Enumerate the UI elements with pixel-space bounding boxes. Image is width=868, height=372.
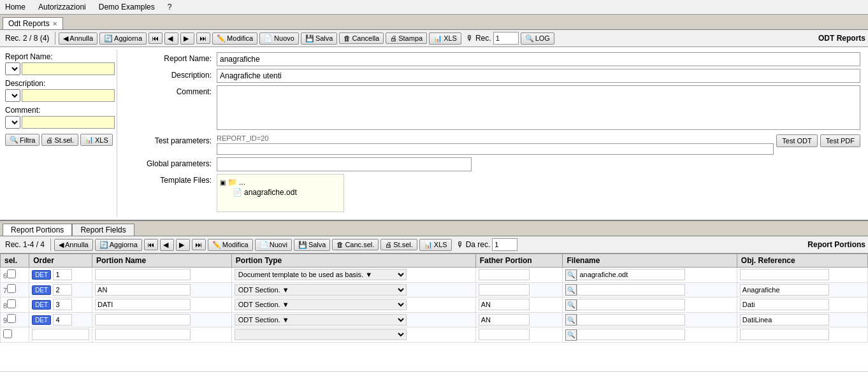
portion-type-select[interactable]: ODT Section. ▼ bbox=[235, 314, 407, 326]
left-xls-button[interactable]: 📊 XLS bbox=[80, 134, 113, 146]
order-input[interactable] bbox=[32, 329, 89, 340]
salva-button[interactable]: 💾 Salva bbox=[301, 32, 338, 45]
portion-type-select[interactable]: ODT Section. ▼ bbox=[235, 299, 407, 310]
tree-folder-node[interactable]: ▣ 📁 ... bbox=[220, 177, 341, 187]
bottom-nav-first[interactable]: ⏮ bbox=[144, 239, 158, 250]
rec-input[interactable] bbox=[493, 32, 519, 45]
order-input[interactable] bbox=[53, 299, 72, 310]
father-portion-input[interactable] bbox=[479, 329, 530, 340]
modifica-button[interactable]: ✏️ Modifica bbox=[212, 32, 257, 45]
menu-help[interactable]: ? bbox=[165, 1, 175, 13]
portion-name-input[interactable] bbox=[95, 329, 191, 340]
row-checkbox[interactable] bbox=[7, 284, 16, 293]
bottom-annulla-button[interactable]: ◀ Annulla bbox=[54, 239, 93, 251]
annulla-button[interactable]: ◀ Annulla bbox=[59, 32, 98, 45]
aggiorna-button[interactable]: 🔄 Aggiorna bbox=[99, 32, 147, 45]
nav-first-button[interactable]: ⏮ bbox=[148, 32, 163, 44]
portion-type-select[interactable]: Document template to be used as basis. ▼ bbox=[235, 269, 407, 280]
bottom-cancsel-button[interactable]: 🗑 Canc.sel. bbox=[332, 239, 379, 250]
filename-input[interactable] bbox=[577, 329, 685, 340]
nuovo-button[interactable]: 📄 Nuovo bbox=[259, 32, 299, 45]
nav-next-button[interactable]: ▶ bbox=[180, 32, 194, 45]
menu-home[interactable]: Home bbox=[3, 1, 28, 13]
row-checkbox[interactable] bbox=[7, 314, 16, 323]
obj-reference-input[interactable] bbox=[740, 329, 829, 340]
bottom-modifica-button[interactable]: ✏️ Modifica bbox=[208, 239, 253, 251]
filename-search-button[interactable]: 🔍 bbox=[565, 269, 577, 281]
filename-input[interactable] bbox=[577, 314, 685, 326]
tree-file-node[interactable]: 📄 anagrafiche.odt bbox=[220, 187, 341, 197]
test-parameters-input[interactable] bbox=[217, 143, 774, 155]
obj-reference-input[interactable] bbox=[740, 284, 829, 296]
obj-reference-input[interactable] bbox=[740, 314, 829, 326]
portion-name-input[interactable] bbox=[95, 269, 191, 280]
bottom-aggiorna-button[interactable]: 🔄 Aggiorna bbox=[95, 239, 142, 251]
global-parameters-input[interactable] bbox=[217, 157, 472, 171]
bottom-rec-input[interactable] bbox=[492, 238, 517, 251]
stsel-button[interactable]: 🖨 St.sel. bbox=[41, 134, 78, 146]
filename-input[interactable] bbox=[577, 284, 685, 296]
filter-comment-select[interactable]: ▼ bbox=[5, 116, 20, 129]
bottom-stsel-button[interactable]: 🖨 St.sel. bbox=[380, 239, 417, 250]
portion-name-input[interactable] bbox=[95, 314, 191, 326]
stampa-button[interactable]: 🖨 Stampa bbox=[386, 32, 427, 44]
det-button[interactable]: DET bbox=[32, 315, 51, 325]
test-pdf-button[interactable]: Test PDF bbox=[820, 134, 860, 147]
father-portion-input[interactable] bbox=[479, 314, 530, 326]
log-button[interactable]: 🔍 LOG bbox=[521, 32, 554, 45]
bottom-xls-button[interactable]: 📊 XLS bbox=[419, 239, 452, 251]
xls-button[interactable]: 📊 XLS bbox=[429, 32, 461, 45]
father-portion-input[interactable] bbox=[479, 299, 530, 310]
order-input[interactable] bbox=[53, 284, 72, 296]
bottom-nav-next[interactable]: ▶ bbox=[176, 239, 190, 251]
menu-autorizzazioni[interactable]: Autorizzazioni bbox=[36, 1, 89, 13]
tab-odt-reports[interactable]: Odt Reports ✕ bbox=[3, 17, 63, 29]
table-row: 7DET ODT Section. ▼🔍 bbox=[1, 282, 868, 297]
nav-prev-button[interactable]: ◀ bbox=[164, 32, 178, 45]
filename-input[interactable] bbox=[577, 299, 685, 310]
menu-demo[interactable]: Demo Examples bbox=[96, 1, 157, 13]
filename-search-button[interactable]: 🔍 bbox=[565, 299, 577, 311]
row-checkbox[interactable] bbox=[3, 329, 12, 338]
father-portion-input[interactable] bbox=[479, 269, 530, 280]
description-input[interactable] bbox=[217, 69, 860, 83]
portion-name-input[interactable] bbox=[95, 299, 191, 310]
father-portion-input[interactable] bbox=[479, 284, 530, 296]
row-checkbox[interactable] bbox=[7, 269, 16, 278]
row-checkbox[interactable] bbox=[7, 299, 16, 308]
test-odt-button[interactable]: Test ODT bbox=[776, 134, 817, 147]
det-button[interactable]: DET bbox=[32, 285, 51, 295]
det-button[interactable]: DET bbox=[32, 300, 51, 310]
obj-reference-input[interactable] bbox=[740, 269, 829, 280]
bottom-salva-button[interactable]: 💾 Salva bbox=[294, 239, 331, 251]
filter-comment-input[interactable] bbox=[22, 116, 115, 129]
comment-field bbox=[217, 85, 860, 132]
comment-textarea[interactable] bbox=[217, 85, 860, 130]
bottom-nav-prev[interactable]: ◀ bbox=[160, 239, 174, 251]
order-input[interactable] bbox=[53, 269, 72, 280]
bottom-nav-last[interactable]: ⏭ bbox=[192, 239, 206, 250]
report-name-input[interactable] bbox=[217, 52, 860, 66]
cancella-button[interactable]: 🗑 Cancella bbox=[339, 32, 384, 44]
filter-report-name-input[interactable] bbox=[22, 62, 115, 75]
portion-name-input[interactable] bbox=[95, 284, 191, 296]
filename-search-button[interactable]: 🔍 bbox=[565, 314, 577, 326]
filename-search-button[interactable]: 🔍 bbox=[565, 329, 577, 341]
tab-report-portions[interactable]: Report Portions bbox=[3, 224, 72, 236]
tab-close-icon[interactable]: ✕ bbox=[52, 20, 57, 27]
filtra-button[interactable]: 🔍 Filtra bbox=[5, 134, 40, 146]
obj-reference-input[interactable] bbox=[740, 299, 829, 310]
filename-search-button[interactable]: 🔍 bbox=[565, 284, 577, 296]
tab-report-fields[interactable]: Report Fields bbox=[72, 224, 134, 236]
portion-type-select[interactable]: ODT Section. ▼ bbox=[235, 284, 407, 296]
rec-info: Rec. 2 / 8 (4) bbox=[3, 32, 52, 44]
order-input[interactable] bbox=[53, 314, 72, 326]
filter-description-input[interactable] bbox=[22, 89, 115, 102]
filename-input[interactable] bbox=[577, 269, 685, 280]
portion-type-select[interactable] bbox=[235, 329, 407, 340]
bottom-nuovi-button[interactable]: 📄 Nuovi bbox=[255, 239, 292, 251]
filter-report-name-select[interactable]: ▼ bbox=[5, 62, 20, 75]
nav-last-button[interactable]: ⏭ bbox=[196, 32, 210, 44]
filter-description-select[interactable]: ▼ bbox=[5, 89, 20, 102]
det-button[interactable]: DET bbox=[32, 270, 51, 280]
